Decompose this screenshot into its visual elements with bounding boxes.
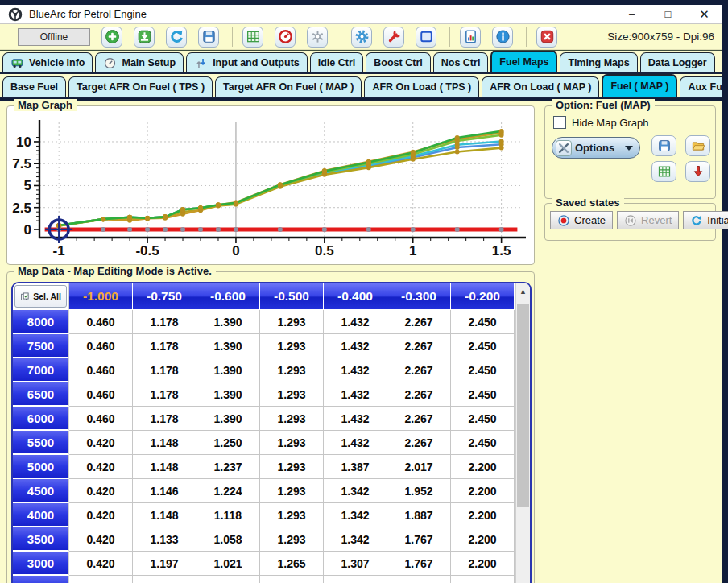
spreadsheet-button[interactable] xyxy=(651,161,676,182)
row-header-7500[interactable]: 7500 xyxy=(13,334,69,358)
map-cell[interactable]: 1.887 xyxy=(387,503,451,527)
map-cell[interactable]: 1.293 xyxy=(260,527,324,552)
map-cell[interactable] xyxy=(387,576,451,583)
download-button[interactable] xyxy=(134,27,155,48)
map-cell[interactable]: 1.952 xyxy=(387,479,451,503)
map-cell[interactable]: 0.420 xyxy=(69,479,133,503)
tab-main-setup[interactable]: Main Setup xyxy=(95,52,184,72)
map-cell[interactable]: 0.420 xyxy=(69,503,133,527)
column-header--0.200[interactable]: -0.200 xyxy=(451,283,515,310)
tab-input-and-outputs[interactable]: Input and Outputs xyxy=(186,52,308,72)
import-button[interactable] xyxy=(685,161,710,182)
tab-target-afr-on-fuel-tps[interactable]: Target AFR On Fuel ( TPS ) xyxy=(68,76,213,97)
map-cell[interactable]: 2.267 xyxy=(387,334,451,358)
map-cell[interactable]: 2.017 xyxy=(387,455,451,479)
row-header-4000[interactable]: 4000 xyxy=(13,503,69,527)
map-cell[interactable]: 2.450 xyxy=(451,431,515,455)
map-cell[interactable]: 2.267 xyxy=(387,431,451,455)
map-cell[interactable]: 1.293 xyxy=(260,503,324,527)
row-header-partial[interactable] xyxy=(13,576,69,583)
row-header-8000[interactable]: 8000 xyxy=(13,310,69,334)
map-cell[interactable] xyxy=(69,576,133,583)
settings-button[interactable] xyxy=(351,27,372,48)
map-cell[interactable]: 1.265 xyxy=(260,552,324,576)
row-header-3500[interactable]: 3500 xyxy=(13,527,69,552)
map-cell[interactable]: 2.450 xyxy=(451,407,515,431)
map-cell[interactable]: 1.293 xyxy=(260,334,324,358)
row-header-3000[interactable]: 3000 xyxy=(13,552,69,576)
map-cell[interactable]: 1.133 xyxy=(133,527,196,552)
map-cell[interactable]: 1.058 xyxy=(196,527,260,552)
map-cell[interactable]: 1.432 xyxy=(324,407,387,431)
map-cell[interactable]: 1.178 xyxy=(133,310,196,334)
map-cell[interactable]: 1.118 xyxy=(196,503,260,527)
map-cell[interactable]: 2.200 xyxy=(451,479,515,503)
map-cell[interactable]: 1.178 xyxy=(133,382,196,407)
maximize-button[interactable]: □ xyxy=(650,5,686,23)
map-cell[interactable]: 1.767 xyxy=(387,552,451,576)
map-cell[interactable]: 1.293 xyxy=(260,455,324,479)
map-cell[interactable]: 1.178 xyxy=(133,407,196,431)
row-header-5000[interactable]: 5000 xyxy=(13,455,69,479)
map-graph-chart[interactable]: -1-0.500.511.502.557.510 xyxy=(10,114,532,259)
sync-button[interactable] xyxy=(166,27,187,48)
minimize-button[interactable]: – xyxy=(614,5,650,23)
map-cell[interactable]: 1.342 xyxy=(324,527,387,552)
map-cell[interactable]: 1.307 xyxy=(324,552,387,576)
revert-state-button[interactable]: Revert xyxy=(617,211,679,229)
load-map-button[interactable] xyxy=(685,135,710,156)
map-cell[interactable]: 2.267 xyxy=(387,358,451,382)
map-cell[interactable]: 1.293 xyxy=(260,358,324,382)
tab-data-logger[interactable]: Data Logger xyxy=(640,52,715,72)
map-cell[interactable]: 1.432 xyxy=(324,358,387,382)
map-cell[interactable]: 1.293 xyxy=(260,407,324,431)
map-cell[interactable]: 2.200 xyxy=(451,527,515,552)
table-button[interactable] xyxy=(242,27,263,48)
map-cell[interactable] xyxy=(324,576,387,583)
close-button[interactable]: ✕ xyxy=(686,5,722,23)
map-cell[interactable]: 1.148 xyxy=(133,503,196,527)
save-map-button[interactable] xyxy=(651,135,676,156)
map-cell[interactable]: 1.432 xyxy=(324,431,387,455)
column-header--1.000[interactable]: -1.000 xyxy=(69,283,133,310)
row-header-6500[interactable]: 6500 xyxy=(13,382,69,407)
map-cell[interactable]: 0.420 xyxy=(69,431,133,455)
map-cell[interactable]: 2.200 xyxy=(451,552,515,576)
tab-vehicle-info[interactable]: Vehicle Info xyxy=(2,52,93,72)
map-cell[interactable]: 0.460 xyxy=(69,407,133,431)
map-cell[interactable]: 0.420 xyxy=(69,455,133,479)
offline-button[interactable]: Offline xyxy=(18,28,90,46)
map-cell[interactable]: 1.342 xyxy=(324,503,387,527)
tab-target-afr-on-fuel-map[interactable]: Target AFR On Fuel ( MAP ) xyxy=(215,76,362,97)
map-cell[interactable]: 1.178 xyxy=(133,334,196,358)
map-cell[interactable] xyxy=(451,576,515,583)
hide-map-graph-checkbox[interactable] xyxy=(553,116,566,129)
map-cell[interactable]: 1.178 xyxy=(133,358,196,382)
scrollbar-thumb[interactable] xyxy=(517,304,529,507)
options-dropdown-button[interactable]: Options xyxy=(552,137,640,159)
tab-afr-on-load-tps[interactable]: AFR On Load ( TPS ) xyxy=(364,76,479,97)
column-header--0.600[interactable]: -0.600 xyxy=(196,283,260,310)
tab-base-fuel[interactable]: Base Fuel xyxy=(2,76,66,97)
table-scrollbar[interactable]: ▲ xyxy=(515,283,530,583)
map-cell[interactable]: 0.460 xyxy=(69,310,133,334)
column-header--0.400[interactable]: -0.400 xyxy=(324,283,387,310)
tab-nos-ctrl[interactable]: Nos Ctrl xyxy=(433,52,489,72)
map-cell[interactable]: 1.237 xyxy=(196,455,260,479)
map-cell[interactable] xyxy=(260,576,324,583)
map-cell[interactable]: 1.293 xyxy=(260,310,324,334)
tab-timing-maps[interactable]: Timing Maps xyxy=(560,52,637,72)
row-header-6000[interactable]: 6000 xyxy=(13,407,69,431)
map-cell[interactable]: 2.200 xyxy=(451,455,515,479)
tab-fuel-maps[interactable]: Fuel Maps xyxy=(490,50,557,72)
map-cell[interactable]: 1.250 xyxy=(196,431,260,455)
report-button[interactable] xyxy=(460,27,481,48)
map-cell[interactable]: 1.390 xyxy=(196,358,260,382)
column-header--0.750[interactable]: -0.750 xyxy=(133,283,196,310)
map-cell[interactable]: 1.432 xyxy=(324,310,387,334)
tab-afr-on-load-map[interactable]: AFR On Load ( MAP ) xyxy=(482,76,599,97)
row-header-5500[interactable]: 5500 xyxy=(13,431,69,455)
select-all-button[interactable]: Sel. All xyxy=(14,285,67,308)
map-cell[interactable]: 2.450 xyxy=(451,310,515,334)
map-cell[interactable]: 0.460 xyxy=(69,382,133,407)
